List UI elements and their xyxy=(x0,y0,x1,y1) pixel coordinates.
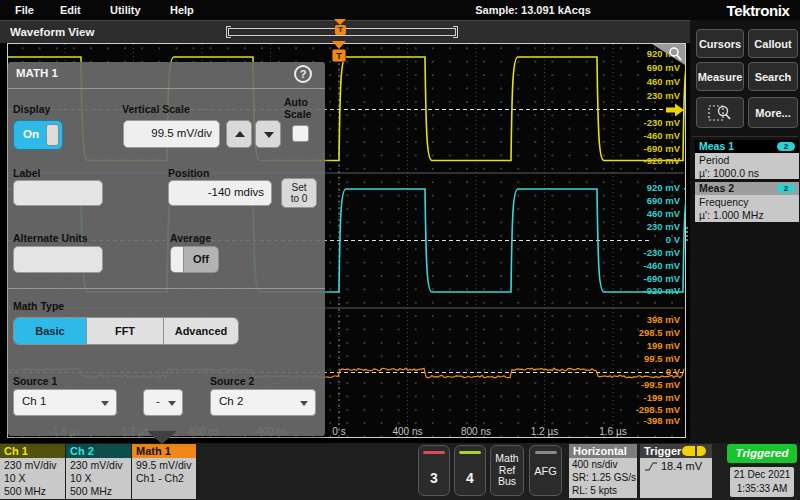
y-axis-label: -298.5 mV xyxy=(596,404,680,415)
menu-help[interactable]: Help xyxy=(170,4,194,16)
panel-splitter-handle[interactable] xyxy=(686,227,689,243)
source2-dropdown[interactable]: Ch 2 xyxy=(210,389,316,416)
dialog-pointer-tail xyxy=(147,431,177,444)
chevron-down-icon xyxy=(101,401,109,406)
callout-button[interactable]: Callout xyxy=(748,29,798,58)
ch1-badge-name: Ch 1 xyxy=(0,444,65,458)
measure-button[interactable]: Measure xyxy=(696,62,744,91)
menu-utility[interactable]: Utility xyxy=(110,4,141,16)
channel4-button[interactable]: 4 xyxy=(454,445,486,496)
meas1-card[interactable]: Meas 1 2 Period µ': 1000.0 ns xyxy=(695,140,799,179)
ch2-bw: 500 MHz xyxy=(70,485,131,498)
pan-zoom-right-cap[interactable] xyxy=(453,26,458,38)
average-toggle[interactable]: Off xyxy=(170,246,219,273)
dialog-title: MATH 1 xyxy=(16,67,58,79)
label-input[interactable] xyxy=(13,180,103,206)
search-button[interactable]: Search xyxy=(748,62,798,91)
cursors-button[interactable]: Cursors xyxy=(696,29,744,58)
trigger-marker-box[interactable]: T xyxy=(332,49,346,62)
trigger-panel[interactable]: Trigger 18.4 mV xyxy=(640,444,712,498)
meas1-quantity: Period xyxy=(699,154,799,167)
time-axis-label: 1.2 µs xyxy=(517,426,573,437)
source1-label: Source 1 xyxy=(13,375,57,387)
source1-dropdown[interactable]: Ch 1 xyxy=(13,389,117,416)
average-label: Average xyxy=(170,232,211,244)
afg-button[interactable]: AFG xyxy=(529,445,562,496)
math-type-basic[interactable]: Basic xyxy=(14,318,87,344)
ch4-color-line xyxy=(459,451,481,454)
display-label: Display xyxy=(13,103,50,115)
sidebar-divider xyxy=(692,136,798,137)
operator-dropdown[interactable]: - xyxy=(143,389,183,416)
trigger-marker-arrow[interactable] xyxy=(332,41,346,49)
source2-value: Ch 2 xyxy=(219,395,243,407)
trigger-source-pill-notch xyxy=(695,446,697,456)
time-axis-label: 400 ns xyxy=(380,426,436,437)
y-axis-label: 298.5 mV xyxy=(596,327,680,338)
up-arrow-icon xyxy=(235,131,245,137)
chevron-down-icon xyxy=(168,401,176,406)
dialog-separator-2 xyxy=(8,288,325,289)
y-axis-label: 199 mV xyxy=(596,340,680,351)
math1-badge[interactable]: Math 1 99.5 mV/div Ch1 - Ch2 xyxy=(132,444,196,499)
help-button[interactable]: ? xyxy=(294,65,312,83)
more-button[interactable]: More... xyxy=(748,97,798,128)
y-axis-label: 460 mV xyxy=(596,208,680,219)
label-label: Label xyxy=(13,167,40,179)
chevron-down-icon xyxy=(300,401,308,406)
y-axis-label: 690 mV xyxy=(596,62,680,73)
bottom-bar: Ch 1 230 mV/div 10 X 500 MHz Ch 2 230 mV… xyxy=(0,443,800,500)
position-field[interactable]: -140 mdivs xyxy=(168,180,272,206)
auto-scale-checkbox[interactable] xyxy=(292,125,309,142)
math-type-segmented: Basic FFT Advanced xyxy=(13,317,239,345)
ch2-badge[interactable]: Ch 2 230 mV/div 10 X 500 MHz xyxy=(66,444,131,499)
horizontal-panel[interactable]: Horizontal 400 ns/div SR: 1.25 GS/s RL: … xyxy=(569,444,637,498)
zoom-mode-button[interactable] xyxy=(696,97,744,128)
scale-up-button[interactable] xyxy=(226,120,252,148)
math1-badge-name: Math 1 xyxy=(132,444,196,458)
ch3-color-line xyxy=(423,451,445,454)
y-axis-label: -230 mV xyxy=(596,117,680,128)
display-toggle-value: On xyxy=(23,128,39,140)
meas2-card[interactable]: Meas 2 2 Frequency µ': 1.000 MHz xyxy=(695,182,799,222)
average-toggle-knob xyxy=(171,247,184,272)
y-axis-label: -460 mV xyxy=(596,260,680,271)
record-length: RL: 5 kpts xyxy=(572,484,637,497)
position-value: -140 mdivs xyxy=(208,186,264,198)
scale-down-button[interactable] xyxy=(255,120,281,148)
math-type-advanced[interactable]: Advanced xyxy=(164,318,238,344)
triggered-badge: Triggered xyxy=(727,444,797,463)
ch1-badge[interactable]: Ch 1 230 mV/div 10 X 500 MHz xyxy=(0,444,65,499)
y-axis-label: 690 mV xyxy=(596,195,680,206)
math-type-fft[interactable]: FFT xyxy=(87,318,164,344)
mrb-line3: Bus xyxy=(498,476,516,488)
menu-edit[interactable]: Edit xyxy=(60,4,81,16)
y-axis-label: 0 V xyxy=(596,234,680,245)
ch1-scale: 230 mV/div xyxy=(4,459,65,472)
meas2-name: Meas 2 xyxy=(699,182,734,195)
ch1-reference-arrow[interactable] xyxy=(666,103,685,117)
source2-label: Source 2 xyxy=(210,375,254,387)
trigger-marker-top-box[interactable]: T xyxy=(335,25,346,35)
ch4-label: 4 xyxy=(466,470,474,486)
alternate-units-input[interactable] xyxy=(13,246,103,273)
ch2-badge-name: Ch 2 xyxy=(66,444,131,458)
dialog-separator xyxy=(8,88,325,89)
y-axis-label: 230 mV xyxy=(596,221,680,232)
menu-file[interactable]: File xyxy=(15,4,34,16)
channel3-button[interactable]: 3 xyxy=(418,445,450,496)
vertical-scale-field[interactable]: 99.5 mV/div xyxy=(123,120,220,148)
afg-color-line xyxy=(535,451,557,454)
horizontal-scale: 400 ns/div xyxy=(572,458,637,471)
set-to-zero-button[interactable]: Set to 0 xyxy=(281,178,317,208)
math-ref-bus-button[interactable]: Math Ref Bus xyxy=(490,445,524,496)
tab-waveform-view[interactable]: Waveform View xyxy=(10,26,94,38)
sample-count: Sample: 13.091 kAcqs xyxy=(400,4,666,16)
meas2-stat: µ': 1.000 MHz xyxy=(699,209,799,222)
ch3-label: 3 xyxy=(430,470,438,486)
vertical-scale-value: 99.5 mV/div xyxy=(151,127,212,139)
down-arrow-icon xyxy=(264,132,274,138)
source1-value: Ch 1 xyxy=(22,395,46,407)
pan-zoom-left-cap[interactable] xyxy=(226,26,231,38)
display-toggle[interactable]: On xyxy=(13,120,63,150)
